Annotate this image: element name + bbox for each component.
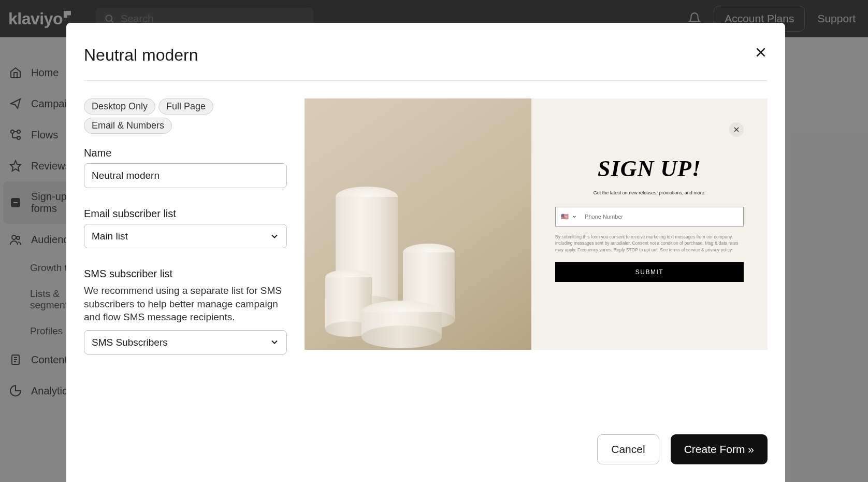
tag-full-page: Full Page [158,98,213,115]
template-tags: Desktop Only Full Page Email & Numbers [84,98,287,134]
name-label: Name [84,147,287,159]
sms-list-select[interactable]: SMS Subscribers [84,330,287,355]
close-icon [733,126,740,133]
create-form-button[interactable]: Create Form » [671,434,768,464]
preview-submit-button[interactable]: SUBMIT [555,262,744,282]
preview-phone-input[interactable]: 🇺🇸 Phone Number [555,207,744,226]
preview-form-panel: SIGN UP! Get the latest on new releases,… [531,98,768,350]
tag-email-numbers: Email & Numbers [84,118,172,134]
preview-title: SIGN UP! [555,155,744,182]
preview-image [305,98,531,350]
cancel-button[interactable]: Cancel [597,434,659,464]
email-list-select[interactable]: Main list [84,224,287,248]
chevron-down-icon [572,214,577,219]
close-icon[interactable] [754,46,768,59]
modal-header: Neutral modern [84,46,768,81]
modal-title: Neutral modern [84,46,198,65]
sms-list-label: SMS subscriber list [84,268,287,280]
email-list-label: Email subscriber list [84,208,287,220]
form-column: Desktop Only Full Page Email & Numbers N… [84,98,287,412]
name-field-block: Name [84,147,287,188]
preview-phone-placeholder: Phone Number [582,214,623,220]
preview-subtitle: Get the latest on new releases, promotio… [555,190,744,195]
tag-desktop-only: Desktop Only [84,98,155,115]
modal-footer: Cancel Create Form » [84,412,768,464]
preview-disclaimer: By submitting this form you consent to r… [555,234,744,253]
form-preview: SIGN UP! Get the latest on new releases,… [305,98,768,350]
name-input[interactable] [84,163,287,188]
flag-icon: 🇺🇸 [561,213,569,220]
create-form-modal: Neutral modern Desktop Only Full Page Em… [66,23,785,482]
sms-list-field-block: SMS subscriber list We recommend using a… [84,268,287,355]
sms-list-description: We recommend using a separate list for S… [84,284,287,324]
email-list-field-block: Email subscriber list Main list [84,208,287,248]
preview-country-selector[interactable]: 🇺🇸 [556,213,582,220]
preview-close-button[interactable] [729,122,744,137]
modal-body: Desktop Only Full Page Email & Numbers N… [84,81,768,412]
